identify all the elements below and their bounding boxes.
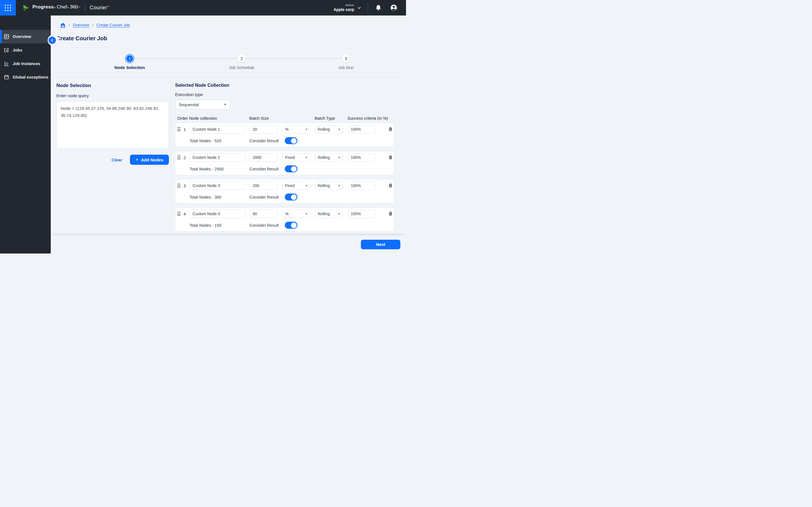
success-criteria-input[interactable] — [348, 153, 376, 162]
wizard-footer: Next — [51, 235, 406, 253]
node-collection-name-input[interactable] — [190, 210, 245, 218]
page-title: Create Courier Job — [56, 35, 400, 42]
drag-handle[interactable] — [177, 212, 181, 216]
delete-row-button[interactable] — [388, 183, 394, 188]
breadcrumb-link-overview[interactable]: Overview — [73, 23, 89, 27]
org-name: Apple corp — [334, 7, 354, 12]
sidebar: Overview Jobs — [0, 15, 51, 253]
trash-icon — [388, 183, 393, 188]
org-chevron-down-icon[interactable] — [357, 6, 361, 10]
step-job-run[interactable]: 3 Job Run — [323, 55, 368, 70]
consider-result-label: Consider Result — [250, 223, 278, 228]
drag-handle[interactable] — [177, 127, 181, 131]
notifications-button[interactable] — [375, 4, 382, 11]
step-label: Node Selection — [107, 65, 152, 70]
consider-result-toggle[interactable] — [285, 193, 297, 201]
batch-type-select[interactable]: Rolling▼ — [315, 125, 343, 133]
breadcrumb-separator: › — [92, 22, 94, 27]
sidebar-item-global-exceptions[interactable]: Global exceptions — [0, 70, 51, 84]
node-collection-row: 3 Fixed▼ Rolling▼ — [175, 179, 394, 203]
breadcrumb-home-link[interactable] — [60, 22, 65, 27]
sidebar-item-job-instances[interactable]: Job Instances — [0, 57, 51, 70]
clear-button[interactable]: Clear — [111, 158, 122, 162]
batch-size-input[interactable] — [250, 181, 278, 190]
batch-type-select[interactable]: Rolling▼ — [315, 181, 343, 190]
role-label: Admin — [334, 3, 354, 7]
consider-result-label: Consider Result — [250, 167, 278, 171]
dashboard-icon — [4, 34, 9, 40]
step-job-schedule[interactable]: 2 Job Schedule — [219, 55, 264, 70]
chevron-down-icon: ▼ — [338, 156, 340, 159]
node-collection-row: 4 %▼ Rolling▼ — [175, 207, 394, 231]
column-batch-type: Batch Type — [315, 116, 347, 121]
node-collection-name-input[interactable] — [190, 153, 245, 162]
delete-row-button[interactable] — [388, 126, 394, 132]
account-info: Admin Apple corp — [334, 3, 354, 12]
batch-size-input[interactable] — [250, 210, 278, 218]
consider-result-toggle[interactable] — [285, 222, 297, 229]
delete-row-button[interactable] — [388, 155, 394, 160]
selected-node-collection-panel: Selected Node Collection Execution type … — [171, 77, 400, 235]
delete-row-button[interactable] — [388, 211, 394, 217]
step-circle: 2 — [238, 55, 246, 62]
next-button[interactable]: Next — [361, 240, 400, 249]
column-node-collection: Node collection — [189, 116, 245, 121]
batch-size-input[interactable] — [250, 153, 278, 162]
node-query-input[interactable]: Node = (128.45.37.125, 54.86.246.90, 63.… — [56, 101, 169, 149]
success-criteria-input[interactable] — [348, 181, 376, 190]
sidebar-item-label: Global exceptions — [13, 75, 49, 79]
sidebar-item-overview[interactable]: Overview — [0, 30, 51, 43]
total-nodes-label: Total Nodes : 520 — [190, 138, 245, 143]
header-divider — [368, 3, 368, 13]
success-criteria-input[interactable] — [348, 125, 376, 133]
node-collection-name-input[interactable] — [190, 181, 245, 190]
collection-table-header: Order Node collection Batch Size Batch T… — [175, 116, 394, 121]
add-nodes-button[interactable]: + Add Nodes — [130, 155, 169, 165]
brand-360: 360 — [70, 4, 78, 10]
execution-type-label: Execution type — [175, 92, 394, 97]
brand-chef: Chef — [57, 4, 67, 10]
breadcrumb-link-create-courier-job[interactable]: Create Courier Job — [96, 23, 130, 27]
batch-unit-select[interactable]: Fixed▼ — [282, 153, 310, 162]
collapse-sidebar-button[interactable] — [49, 37, 56, 44]
batch-type-select[interactable]: Rolling▼ — [315, 210, 343, 218]
step-label: Job Schedule — [219, 65, 264, 70]
app-name: Courier™ — [90, 5, 109, 11]
collection-heading: Selected Node Collection — [175, 83, 394, 88]
batch-unit-select[interactable]: Fixed▼ — [282, 181, 310, 190]
consider-result-toggle[interactable] — [285, 137, 297, 144]
batch-size-input[interactable] — [250, 125, 278, 133]
header-divider — [85, 3, 85, 12]
batch-type-select[interactable]: Rolling▼ — [315, 153, 343, 162]
brand-logo: Progress®Chef®360℠ — [22, 4, 81, 11]
trash-icon — [388, 211, 393, 217]
progress-chevron-icon — [22, 4, 30, 11]
drag-handle[interactable] — [177, 184, 181, 187]
total-nodes-label: Total Nodes : 150 — [190, 223, 245, 228]
stepper: 1 Node Selection 2 Job Schedule 3 Job Ru… — [56, 48, 400, 77]
consider-result-toggle[interactable] — [285, 165, 297, 172]
step-circle: 1 — [126, 55, 134, 62]
step-circle: 3 — [342, 55, 350, 62]
execution-type-select[interactable]: Sequential ▼ — [175, 100, 230, 109]
success-criteria-input[interactable] — [348, 210, 376, 218]
sidebar-item-jobs[interactable]: Jobs — [0, 43, 51, 57]
sidebar-item-label: Overview — [13, 34, 31, 39]
sidebar-item-label: Job Instances — [13, 61, 40, 66]
calendar-icon — [4, 74, 9, 80]
user-avatar-button[interactable] — [390, 4, 398, 11]
node-collection-row: 1 %▼ Rolling▼ — [175, 123, 394, 147]
batch-unit-select[interactable]: %▼ — [282, 125, 310, 133]
chevron-down-icon: ▼ — [338, 213, 340, 215]
column-batch-size: Batch Size — [249, 116, 310, 121]
node-collection-name-input[interactable] — [190, 125, 245, 133]
trash-icon — [388, 155, 393, 160]
total-nodes-label: Total Nodes : 2500 — [190, 167, 245, 171]
drag-handle[interactable] — [177, 156, 181, 159]
home-icon — [60, 22, 65, 27]
chevron-down-icon: ▼ — [338, 128, 340, 131]
batch-unit-select[interactable]: %▼ — [282, 210, 310, 218]
app-launcher-button[interactable] — [0, 0, 16, 15]
step-node-selection[interactable]: 1 Node Selection — [107, 55, 152, 70]
step-label: Job Run — [323, 65, 368, 70]
